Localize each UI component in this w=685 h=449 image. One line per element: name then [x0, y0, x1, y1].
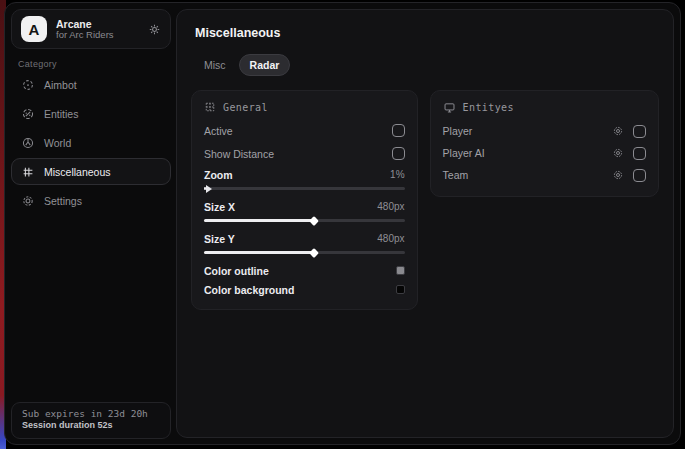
team-label: Team [443, 169, 603, 181]
entities-card: Entityes Player Player AI [430, 90, 659, 197]
color-background-swatch[interactable] [396, 285, 405, 294]
entities-icon [21, 107, 35, 121]
tab-misc[interactable]: Misc [193, 54, 237, 76]
brand-card: A Arcane for Arc Riders [11, 9, 171, 49]
brand-subtitle: for Arc Riders [56, 30, 139, 41]
player-ai-checkbox[interactable] [633, 147, 646, 160]
row-active: Active [204, 119, 405, 142]
show-distance-label: Show Distance [204, 148, 274, 160]
player-settings-gear-icon[interactable] [612, 125, 624, 137]
size-y-label: Size Y [204, 233, 235, 245]
color-outline-label: Color outline [204, 265, 269, 277]
sidebar: A Arcane for Arc Riders Category [5, 3, 176, 444]
size-x-slider[interactable] [204, 219, 405, 222]
active-label: Active [204, 125, 233, 137]
avatar: A [21, 16, 47, 42]
sidebar-item-label: World [44, 137, 71, 149]
color-background-label: Color background [204, 284, 294, 296]
subscription-box: Sub expires in 23d 20h Session duration … [11, 402, 171, 439]
size-y-value: 480px [377, 233, 404, 244]
zoom-label: Zoom [204, 169, 233, 181]
tab-bar: Misc Radar [177, 40, 673, 88]
sub-expires-text: Sub expires in 23d 20h [22, 408, 160, 419]
sidebar-item-miscellaneous[interactable]: Miscellaneous [11, 158, 171, 185]
team-settings-gear-icon[interactable] [612, 169, 624, 181]
session-duration-text: Session duration 52s [22, 420, 160, 430]
size-x-slider-thumb[interactable] [309, 216, 319, 226]
row-color-background: Color background [204, 280, 405, 299]
sidebar-item-aimbot[interactable]: Aimbot [11, 71, 171, 98]
category-label: Category [18, 59, 57, 69]
row-player: Player [443, 120, 646, 142]
player-label: Player [443, 125, 603, 137]
sidebar-item-entities[interactable]: Entities [11, 100, 171, 127]
zoom-slider[interactable] [204, 187, 405, 190]
row-color-outline: Color outline [204, 261, 405, 280]
sidebar-item-label: Settings [44, 195, 82, 207]
row-team: Team [443, 164, 646, 186]
size-x-value: 480px [377, 201, 404, 212]
row-player-ai: Player AI [443, 142, 646, 164]
brand-gear-icon[interactable] [148, 23, 161, 36]
player-checkbox[interactable] [633, 125, 646, 138]
zoom-value: 1% [390, 169, 404, 180]
row-size-x: Size X 480px [204, 197, 405, 216]
sidebar-item-label: Miscellaneous [44, 166, 111, 178]
row-zoom: Zoom 1% [204, 165, 405, 184]
entities-card-title: Entityes [463, 102, 514, 113]
color-outline-swatch[interactable] [396, 266, 405, 275]
brand-name: Arcane [56, 18, 139, 30]
active-checkbox[interactable] [392, 124, 405, 137]
row-show-distance: Show Distance [204, 142, 405, 165]
page-title: Miscellaneous [177, 10, 673, 40]
size-y-slider[interactable] [204, 251, 405, 254]
sidebar-item-label: Entities [44, 108, 78, 120]
player-ai-settings-gear-icon[interactable] [612, 147, 624, 159]
tab-radar[interactable]: Radar [239, 54, 291, 76]
monitor-icon [443, 101, 456, 114]
zoom-slider-thumb[interactable] [206, 185, 212, 193]
grid-icon [21, 165, 35, 179]
globe-icon [21, 136, 35, 150]
row-size-y: Size Y 480px [204, 229, 405, 248]
general-card-title: General [223, 102, 268, 113]
show-distance-checkbox[interactable] [392, 147, 405, 160]
sidebar-item-world[interactable]: World [11, 129, 171, 156]
player-ai-label: Player AI [443, 147, 603, 159]
size-x-label: Size X [204, 201, 235, 213]
sidebar-nav: Aimbot Entities [11, 71, 171, 216]
sidebar-item-label: Aimbot [44, 79, 77, 91]
crosshair-icon [21, 78, 35, 92]
general-icon [204, 101, 216, 113]
sidebar-item-settings[interactable]: Settings [11, 187, 171, 214]
app-window: A Arcane for Arc Riders Category [4, 2, 681, 445]
gear-icon [21, 194, 35, 208]
size-y-slider-thumb[interactable] [309, 248, 319, 258]
main-panel: Miscellaneous Misc Radar General Active [176, 9, 674, 438]
team-checkbox[interactable] [633, 169, 646, 182]
general-card: General Active Show Distance Zoom 1% [191, 90, 418, 310]
